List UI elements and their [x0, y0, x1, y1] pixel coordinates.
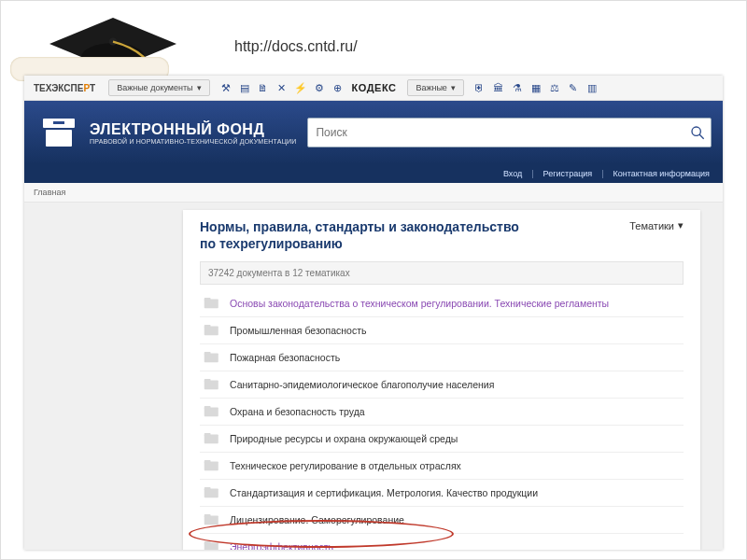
topic-row[interactable]: Энергоэффективность	[200, 534, 684, 550]
topic-label: Лицензирование. Саморегулирование	[230, 514, 404, 525]
page-icon[interactable]: ▥	[585, 81, 599, 94]
folder-icon	[204, 351, 220, 364]
topic-label: Охрана и безопасность труда	[230, 406, 365, 417]
topics-dropdown-label: Тематики	[629, 220, 674, 231]
topic-row[interactable]: Природные ресурсы и охрана окружающей ср…	[200, 426, 684, 453]
separator: |	[531, 169, 533, 178]
brand-suffix: Т	[90, 83, 95, 93]
svg-rect-11	[204, 298, 211, 301]
wrench-icon[interactable]: ✕	[275, 81, 289, 94]
brand-prefix: ТЕХЭКСПЕ	[34, 83, 83, 93]
folder-icon	[204, 297, 220, 310]
archive-logo-icon	[37, 114, 80, 151]
contact-link[interactable]: Контактная информация	[613, 169, 710, 178]
topic-row[interactable]: Лицензирование. Саморегулирование	[200, 507, 684, 534]
topic-label: Основы законодательства о техническом ре…	[230, 298, 609, 309]
svg-rect-6	[46, 130, 72, 147]
topic-label: Энергоэффективность	[230, 541, 333, 550]
chevron-down-icon: ▾	[197, 83, 202, 92]
bolt-icon[interactable]: ⚡	[294, 81, 307, 94]
register-link[interactable]: Регистрация	[543, 169, 593, 178]
topic-label: Техническое регулирование в отдельных от…	[230, 460, 461, 471]
auth-bar: Вход | Регистрация | Контактная информац…	[24, 164, 723, 183]
topic-label: Санитарно-эпидемиологическое благополучи…	[230, 379, 494, 390]
site-banner: ЭЛЕКТРОННЫЙ ФОНД ПРАВОВОЙ И НОРМАТИВНО-Т…	[24, 101, 723, 164]
important-label: Важные	[416, 83, 446, 92]
svg-rect-25	[204, 487, 211, 490]
search-input[interactable]	[308, 126, 684, 139]
folder-icon	[204, 405, 220, 418]
important-docs-label: Важные документы	[117, 83, 192, 92]
folder-icon	[204, 378, 220, 391]
topic-row[interactable]: Охрана и безопасность труда	[200, 399, 684, 426]
topics-list: Основы законодательства о техническом ре…	[200, 290, 684, 550]
gear-icon[interactable]: ⚙	[313, 81, 326, 94]
content-body: Нормы, правила, стандарты и законодатель…	[24, 203, 723, 550]
folder-icon	[204, 459, 220, 472]
banner-title: ЭЛЕКТРОННЫЙ ФОНД	[90, 121, 296, 138]
flask-icon[interactable]: ⚗	[511, 81, 524, 94]
browser-window: ТЕХЭКСПЕРТ Важные документы ▾ ⚒ ▤ 🗎 ✕ ⚡ …	[24, 76, 723, 550]
chart-icon[interactable]: ▦	[529, 81, 543, 94]
svg-rect-23	[204, 460, 211, 463]
top-toolbar: ТЕХЭКСПЕРТ Важные документы ▾ ⚒ ▤ 🗎 ✕ ⚡ …	[24, 76, 723, 101]
search-box[interactable]	[307, 118, 712, 147]
svg-rect-17	[204, 379, 211, 382]
folder-icon	[204, 486, 220, 499]
login-link[interactable]: Вход	[503, 169, 522, 178]
topics-dropdown[interactable]: Тематики ▾	[629, 219, 684, 231]
toolbar-icons-right: ⛨ 🏛 ⚗ ▦ ⚖ ✎ ▥	[473, 81, 599, 94]
folder-icon	[204, 324, 220, 337]
building-icon[interactable]: 🏛	[492, 81, 505, 94]
doc-count: 37242 документа в 12 тематиках	[200, 261, 684, 285]
separator: |	[601, 169, 603, 178]
important-docs-button[interactable]: Важные документы ▾	[108, 79, 209, 96]
topic-label: Природные ресурсы и охрана окружающей ср…	[230, 433, 458, 444]
topic-row[interactable]: Стандартизация и сертификация. Метрологи…	[200, 480, 684, 507]
svg-rect-29	[204, 541, 211, 544]
tool-icon[interactable]: ⚒	[219, 81, 233, 94]
shield-icon[interactable]: ⛨	[473, 81, 486, 94]
topic-row[interactable]: Основы законодательства о техническом ре…	[200, 290, 684, 317]
topic-row[interactable]: Промышленная безопасность	[200, 317, 684, 344]
topics-panel: Нормы, правила, стандарты и законодатель…	[183, 210, 700, 550]
svg-rect-19	[204, 406, 211, 409]
folder-icon	[204, 513, 220, 526]
svg-rect-13	[204, 325, 211, 328]
search-icon[interactable]	[684, 125, 711, 140]
chevron-down-icon: ▾	[451, 83, 456, 92]
doc-icon[interactable]: 🗎	[257, 81, 270, 94]
pencil-icon[interactable]: ✎	[567, 81, 580, 94]
chevron-down-icon: ▾	[678, 219, 684, 231]
important-button[interactable]: Важные ▾	[407, 79, 463, 96]
svg-rect-7	[53, 121, 64, 124]
topic-label: Стандартизация и сертификация. Метрологи…	[230, 487, 538, 498]
topic-row[interactable]: Санитарно-эпидемиологическое благополучи…	[200, 371, 684, 399]
scale-icon[interactable]: ⚖	[548, 81, 561, 94]
svg-point-8	[692, 127, 700, 135]
topic-label: Пожарная безопасность	[230, 352, 340, 363]
breadcrumb[interactable]: Главная	[24, 183, 723, 203]
folder-icon	[204, 540, 220, 550]
url-caption: http://docs.cntd.ru/	[234, 38, 358, 55]
svg-line-9	[699, 134, 704, 139]
topic-row[interactable]: Техническое регулирование в отдельных от…	[200, 453, 684, 480]
svg-rect-15	[204, 352, 211, 355]
svg-rect-27	[204, 514, 211, 517]
brand-text: ТЕХЭКСПЕРТ	[24, 83, 105, 93]
book-icon[interactable]: ▤	[238, 81, 251, 94]
toolbar-icons-left: ⚒ ▤ 🗎 ✕ ⚡ ⚙ ⊕	[219, 81, 345, 94]
topic-row[interactable]: Пожарная безопасность	[200, 344, 684, 371]
banner-subtitle: ПРАВОВОЙ И НОРМАТИВНО-ТЕХНИЧЕСКОЙ ДОКУМЕ…	[90, 138, 296, 145]
globe-icon[interactable]: ⊕	[331, 81, 345, 94]
panel-title: Нормы, правила, стандарты и законодатель…	[200, 219, 536, 252]
svg-rect-21	[204, 433, 211, 436]
kodeks-brand: КОДЕКС	[352, 82, 397, 93]
folder-icon	[204, 432, 220, 445]
topic-label: Промышленная безопасность	[230, 325, 366, 336]
